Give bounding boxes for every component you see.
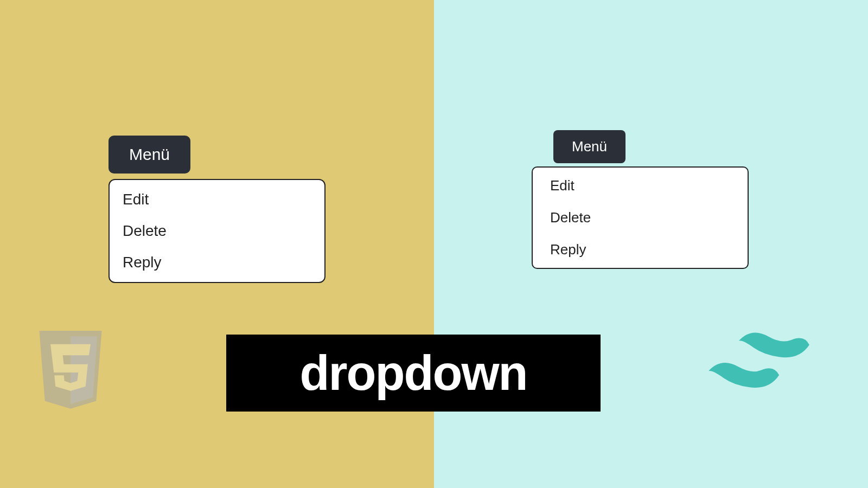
dropdown-css3: Menü Edit Delete Reply bbox=[108, 136, 326, 283]
dropdown-tailwind: Menü Edit Delete Reply bbox=[553, 130, 749, 269]
menu-list: Edit Delete Reply bbox=[532, 166, 749, 269]
menu-button[interactable]: Menü bbox=[108, 136, 190, 174]
menu-list: Edit Delete Reply bbox=[108, 179, 326, 283]
title-banner: dropdown bbox=[226, 335, 601, 412]
menu-item-edit[interactable]: Edit bbox=[550, 177, 730, 194]
menu-item-delete[interactable]: Delete bbox=[550, 209, 730, 226]
css3-icon bbox=[35, 331, 106, 412]
menu-item-edit[interactable]: Edit bbox=[123, 191, 311, 208]
tailwind-icon bbox=[702, 331, 816, 401]
menu-item-reply[interactable]: Reply bbox=[550, 241, 730, 258]
menu-item-reply[interactable]: Reply bbox=[123, 254, 311, 271]
menu-item-delete[interactable]: Delete bbox=[123, 222, 311, 240]
menu-button[interactable]: Menü bbox=[553, 130, 626, 163]
